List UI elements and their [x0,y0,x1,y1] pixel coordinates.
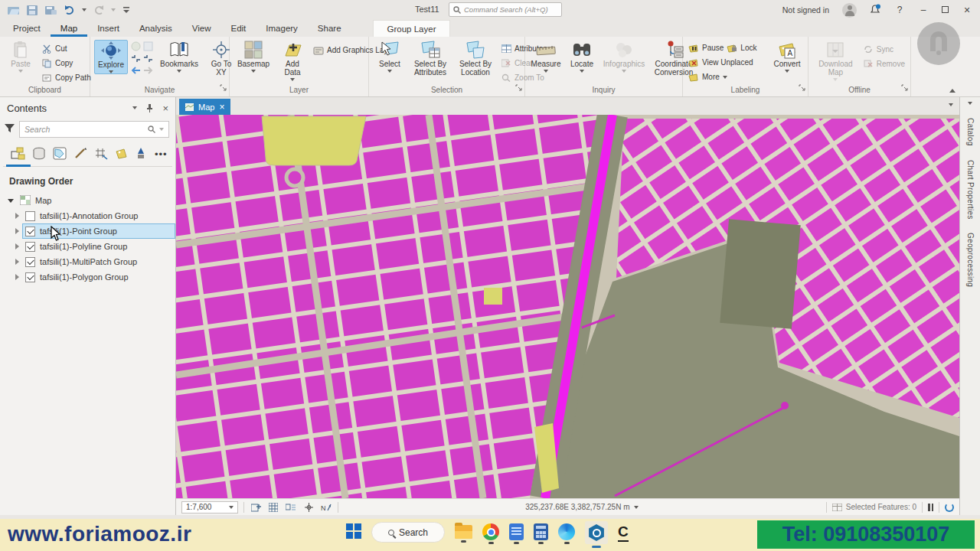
contents-search-input[interactable] [24,125,144,134]
minimize-button[interactable]: – [918,5,929,15]
fixed-zoom-out-icon[interactable] [143,54,153,64]
clear-button[interactable]: Clear [499,56,548,70]
pause-drawing-icon[interactable] [928,504,933,511]
layer-checkbox[interactable] [25,211,35,221]
expand-closed-icon[interactable] [15,243,19,249]
save-project-icon[interactable] [27,5,38,15]
open-project-icon[interactable] [8,5,20,15]
explore-button[interactable]: Explore [94,40,128,74]
edge-icon[interactable] [558,522,575,544]
start-button[interactable] [346,522,361,539]
layer-row-point-group[interactable]: tafsili(1)-Point Group [0,223,175,239]
tab-selection-icon[interactable] [53,147,67,161]
lock-labeling-button[interactable]: Lock [725,41,758,55]
tab-imagery[interactable]: Imagery [256,20,308,37]
close-panel-icon[interactable]: × [162,103,168,114]
select-by-attributes-button[interactable]: Select By Attributes [409,40,452,77]
selected-features-indicator[interactable]: Selected Features: 0 [832,503,916,511]
sign-in-status[interactable]: Not signed in [782,5,829,15]
filter-icon[interactable] [5,124,15,135]
map-canvas[interactable] [176,115,959,498]
map-view-tab[interactable]: Map × [179,99,230,115]
expand-closed-icon[interactable] [15,213,19,219]
copy-path-button[interactable]: Copy Path [40,70,93,85]
tab-labeling-icon[interactable] [115,147,129,161]
select-by-location-button[interactable]: Select By Location [454,40,497,77]
tab-data-source-icon[interactable] [32,147,46,161]
tab-strip-menu-icon[interactable] [949,103,953,106]
layer-row-polyline-group[interactable]: tafsili(1)-Polyline Group [0,239,175,254]
view-unplaced-button[interactable]: View Unplaced [687,55,768,70]
grid-icon[interactable] [267,501,279,514]
layer-row-map[interactable]: Map [0,193,175,208]
tab-view[interactable]: View [182,20,221,37]
expand-closed-icon[interactable] [15,274,19,280]
copy-button[interactable]: Copy [40,56,93,70]
undo-dropdown-icon[interactable] [82,8,87,11]
fixed-zoom-in-icon[interactable] [131,54,141,64]
tab-edit[interactable]: Edit [220,20,256,37]
layer-checkbox[interactable] [25,242,35,252]
navigate-launcher-icon[interactable] [220,83,227,94]
remove-map-button[interactable]: Remove [861,57,906,71]
fixed-extent-icon[interactable] [143,41,153,53]
convert-labels-button[interactable]: A Convert [770,40,804,73]
download-map-button[interactable]: Download Map [812,40,859,81]
crosshair-icon[interactable] [302,501,315,514]
calculator-icon[interactable] [534,522,548,544]
user-avatar[interactable] [842,3,857,18]
full-extent-icon[interactable] [131,41,141,53]
save-as-icon[interactable] [45,5,57,15]
next-extent-button[interactable] [143,66,154,76]
add-data-button[interactable]: Add Data [276,40,309,81]
pause-labeling-button[interactable]: Pause [687,41,725,55]
expand-closed-icon[interactable] [15,228,19,234]
dock-menu-icon[interactable] [968,102,972,105]
customize-qat-icon[interactable] [122,6,130,15]
file-explorer-icon[interactable] [455,522,472,543]
redo-button[interactable] [93,5,104,15]
contents-menu-icon[interactable] [132,106,137,109]
clipchamp-icon[interactable]: C [618,522,629,542]
layout-arrows-icon[interactable] [285,501,297,514]
basemap-button[interactable]: Basemap [234,40,273,73]
dock-tab-geoprocessing[interactable]: Geoprocessing [966,226,975,294]
offline-launcher-icon[interactable] [901,83,908,94]
restore-button[interactable] [942,5,949,15]
command-search[interactable] [449,2,562,17]
expand-closed-icon[interactable] [15,259,19,265]
notifications-icon[interactable] [870,4,881,17]
arcgis-pro-icon[interactable] [585,522,608,548]
dock-tab-catalog[interactable]: Catalog [966,111,975,153]
sync-button[interactable]: Sync [861,42,906,57]
undo-button[interactable] [64,5,75,15]
selection-launcher-icon[interactable] [515,83,522,94]
help-icon[interactable]: ? [894,5,905,15]
tab-charts-icon[interactable] [136,147,146,161]
close-button[interactable]: × [962,4,972,16]
dock-tab-chart-properties[interactable]: Chart Properties [966,153,975,227]
expand-open-icon[interactable] [8,199,14,203]
bookmarks-button[interactable]: Bookmarks [156,40,202,73]
layer-checkbox[interactable] [25,227,35,236]
tab-share[interactable]: Share [308,20,351,37]
tab-map[interactable]: Map [51,20,87,37]
collapse-ribbon-icon[interactable] [949,89,956,93]
more-labeling-button[interactable]: More [687,70,768,84]
new-map-frame-icon[interactable] [250,501,262,514]
select-button[interactable]: Select [373,40,407,73]
paste-button[interactable]: Paste [4,40,38,73]
tab-drawing-order-icon[interactable] [11,147,25,161]
chrome-icon[interactable] [482,522,499,544]
search-dropdown-icon[interactable] [159,128,164,131]
close-tab-icon[interactable]: × [219,103,224,112]
layer-checkbox[interactable] [25,257,35,267]
infographics-button[interactable]: Infographics [601,40,647,73]
tab-insert[interactable]: Insert [87,20,129,37]
north-arrow-icon[interactable]: N [320,501,332,514]
redo-dropdown-icon[interactable] [111,8,116,11]
layer-row-multipatch-group[interactable]: tafsili(1)-MultiPatch Group [0,254,175,269]
tab-editing-icon[interactable] [74,147,87,161]
cut-button[interactable]: Cut [40,41,93,56]
layer-checkbox[interactable] [25,272,35,282]
